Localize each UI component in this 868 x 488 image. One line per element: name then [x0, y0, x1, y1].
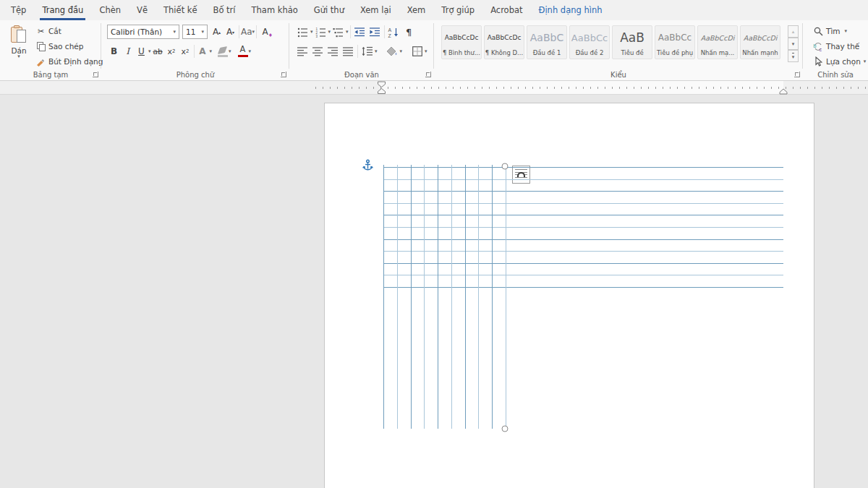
decrease-indent-button[interactable] [352, 25, 367, 39]
style-sample: AaBbCcDc [485, 26, 524, 49]
italic-button[interactable]: I [121, 44, 135, 59]
multilevel-list-button[interactable] [331, 25, 346, 39]
shrink-font-button[interactable]: A▾ [224, 25, 237, 39]
selection-handle[interactable] [502, 426, 509, 432]
tab-9[interactable]: Xem [399, 0, 434, 20]
paste-button[interactable]: Dán ▾ [6, 24, 32, 76]
style-sample: AaBbCc [655, 26, 694, 49]
align-center-button[interactable] [310, 44, 326, 59]
line-spacing-button[interactable] [359, 44, 375, 59]
ruler-tick [851, 87, 851, 89]
styles-dialog-launcher[interactable] [794, 72, 800, 77]
ruler-tick [713, 87, 714, 89]
font-dialog-launcher[interactable] [281, 72, 286, 77]
ruler-tick [576, 87, 576, 89]
chevron-down-icon: ▾ [198, 30, 204, 34]
superscript-button[interactable]: x2 [179, 44, 192, 59]
highlight-menu-arrow[interactable]: ▾ [229, 50, 231, 53]
bold-button[interactable]: B [107, 44, 121, 59]
ruler-tick [655, 87, 656, 89]
numbering-button[interactable]: 123 [313, 25, 328, 39]
styles-scroll-up-button[interactable]: ▴ [788, 25, 799, 38]
ruler-tick [337, 87, 338, 89]
style-sample: AaBbCcDi [741, 26, 780, 49]
tab-file[interactable]: Tệp [3, 0, 34, 20]
bullets-button[interactable] [295, 25, 310, 39]
style-item[interactable]: AaBbCcDc¶ Không D... [484, 25, 524, 59]
tab-8[interactable]: Xem lại [352, 0, 399, 20]
format-painter-button[interactable]: Bút Định dạng [35, 54, 103, 69]
subscript-button[interactable]: x2 [165, 44, 179, 59]
style-item[interactable]: AaBbCcTiêu đề phụ [655, 25, 695, 59]
clipboard-dialog-launcher[interactable] [93, 72, 98, 77]
style-item[interactable]: AaBbCcDiNhấn mạ... [697, 25, 738, 59]
style-item[interactable]: AaBbCcDc¶ Bình thư... [441, 25, 482, 59]
tab-5[interactable]: Bố trí [205, 0, 244, 20]
increase-indent-button[interactable] [367, 25, 383, 39]
styles-gallery-more-button[interactable]: ▾ [788, 50, 799, 62]
tab-11[interactable]: Acrobat [482, 0, 530, 20]
highlight-color-button[interactable] [218, 46, 229, 58]
borders-button[interactable] [409, 44, 425, 59]
show-marks-button[interactable]: ¶ [401, 25, 417, 39]
tab-1[interactable]: Trang đầu [34, 0, 91, 20]
tab-7[interactable]: Gửi thư [306, 0, 352, 20]
font-name-select[interactable]: Calibri (Thân) ▾ [107, 25, 179, 39]
ruler-tick [800, 87, 801, 89]
cut-button[interactable]: ✂ Cắt [35, 24, 61, 38]
style-item[interactable]: AaBbCcĐầu đề 2 [569, 25, 610, 59]
ruler-tick [532, 87, 533, 89]
copy-button[interactable]: Sao chép [35, 39, 83, 53]
select-button[interactable]: Lựa chọn ▾ [812, 55, 866, 68]
change-case-button[interactable]: Aa▾ [241, 25, 255, 39]
font-color-button[interactable]: A [237, 45, 249, 58]
align-left-button[interactable] [295, 44, 310, 59]
ruler-tick [858, 87, 859, 89]
clear-formatting-button[interactable]: A♦ [258, 25, 272, 39]
grid-vertical-line [451, 165, 452, 429]
style-item[interactable]: AaBTiêu đề [612, 25, 652, 59]
ruler-tick [402, 87, 403, 89]
ruler-tick [467, 87, 468, 89]
text-effects-button[interactable]: A [196, 44, 210, 59]
style-item[interactable]: AaBbCĐầu đề 1 [527, 25, 567, 59]
style-label: Đầu đề 2 [576, 49, 604, 59]
ruler-tick [496, 87, 497, 89]
find-button[interactable]: Tìm ▾ [812, 25, 847, 38]
grow-font-button[interactable]: A▴ [210, 25, 224, 39]
copy-icon [35, 42, 47, 51]
font-size-select[interactable]: 11 ▾ [182, 25, 208, 39]
horizontal-ruler[interactable] [0, 81, 868, 95]
layout-options-button[interactable] [512, 166, 530, 184]
tab-3[interactable]: Vẽ [129, 0, 156, 20]
styles-scroll-down-button[interactable]: ▾ [788, 38, 799, 50]
tab-10[interactable]: Trợ giúp [433, 0, 482, 20]
shading-button[interactable] [385, 44, 400, 59]
ruler-tick [460, 87, 461, 89]
tab-2[interactable]: Chèn [91, 0, 129, 20]
ruler-tick [793, 87, 793, 89]
underline-button[interactable]: U [135, 44, 148, 59]
justify-button[interactable] [341, 44, 356, 59]
sort-button[interactable]: AZ [386, 25, 401, 39]
clipboard-group: Dán ▾ ✂ Cắt Sao chép Bút Định dạng Bảng … [0, 20, 101, 80]
tab-12[interactable]: Định dạng hình [531, 0, 610, 20]
document-area[interactable] [0, 95, 868, 488]
tab-6[interactable]: Tham khảo [244, 0, 306, 20]
replace-button[interactable]: bc Thay thế [812, 40, 859, 53]
align-right-button[interactable] [326, 44, 341, 59]
ruler-tick [431, 87, 432, 89]
text-effects-menu-arrow[interactable]: ▾ [210, 50, 213, 53]
grid-vertical-line [397, 165, 398, 429]
font-color-menu-arrow[interactable]: ▾ [249, 50, 252, 53]
ruler-tick [728, 87, 728, 89]
tab-4[interactable]: Thiết kế [156, 0, 205, 20]
selection-handle[interactable] [502, 163, 509, 170]
style-item[interactable]: AaBbCcDiNhấn mạnh [740, 25, 780, 59]
style-label: Tiêu đề phụ [657, 49, 693, 59]
ruler-tick [771, 87, 772, 89]
right-indent-marker[interactable] [779, 88, 788, 95]
strikethrough-button[interactable]: ab [151, 44, 165, 59]
indent-markers[interactable] [377, 81, 387, 95]
paragraph-dialog-launcher[interactable] [425, 72, 431, 77]
